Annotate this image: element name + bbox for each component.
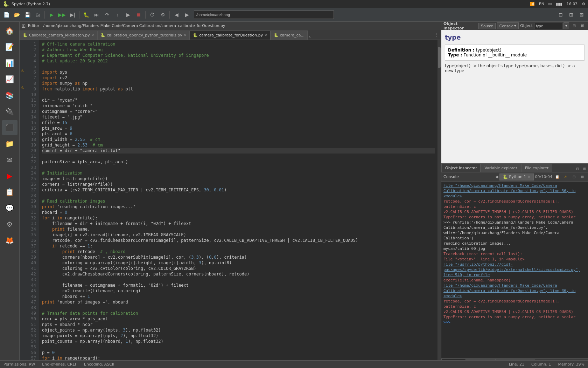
maximize-button[interactable]: ⊠ [577, 10, 587, 20]
layout-button-2[interactable]: ⊞ [566, 10, 576, 20]
main-toolbar: 📄 📂 💾 🗂 ▶ ▶▶ ▶| 🐛 ⏭ ↷ ↑ ▶ ⏹ ⏱ ⚙ ◀ ▶ ⊟ ⊞ … [0, 8, 588, 22]
console-warning-button[interactable]: ⚠ [562, 173, 569, 180]
keyboard-layout: EN [539, 2, 544, 6]
system-tray: 📶 EN ✉ ▮▮▮ 16:03 ⚙ [530, 2, 585, 6]
open-file-button[interactable]: 📂 [12, 10, 22, 20]
step-over-button[interactable]: ↷ [102, 10, 112, 20]
tab-close-1[interactable]: ✕ [184, 33, 187, 37]
sidebar-mail-icon[interactable]: ✉ [2, 152, 18, 168]
sidebar-home-icon[interactable]: 🏠 [2, 23, 18, 39]
type-input-area: ▾ [534, 22, 569, 29]
inspector-panel-copy[interactable]: ⊟ [574, 165, 581, 172]
console-output[interactable]: File "/home/qixuanzhang/Flanders Make Co… [441, 182, 588, 358]
status-column: Column: 1 [531, 362, 551, 367]
type-submit-button[interactable]: ▾ [564, 22, 569, 29]
inspector-panel-options[interactable]: ⊞ [581, 165, 588, 172]
status-line: Line: 21 [509, 362, 524, 367]
object-description: type(object) -> the object's type type(n… [445, 63, 584, 73]
definition-value: type(object) [476, 48, 501, 53]
inspector-tab-variable[interactable]: Variable explorer [481, 164, 521, 172]
step-out-button[interactable]: ↑ [113, 10, 122, 20]
tab-icon-2: 🐍 [193, 33, 198, 38]
python-console-tab[interactable]: 🐍 Python 1 ✕ [499, 173, 534, 180]
sidebar-editor-icon[interactable]: 📝 [2, 39, 18, 55]
window-title: Spyder (Python 2.7) [12, 2, 50, 6]
sidebar-firefox-icon[interactable]: 🦊 [2, 233, 18, 248]
warning-9: ⚠ [20, 85, 25, 90]
inspector-tab-file[interactable]: File explorer [521, 164, 552, 172]
object-inspector-title: Object inspector [443, 21, 476, 30]
run-button[interactable]: ▶ [47, 10, 56, 20]
python-close-icon[interactable]: ✕ [527, 175, 530, 179]
run-file-button[interactable]: ▶▶ [57, 10, 67, 20]
editor-title: Editor - /home/qixuanzhang/Flanders Make… [28, 23, 225, 28]
tab-options-button[interactable]: ⋮ [431, 30, 441, 40]
console-log-button[interactable]: 📋 [554, 173, 561, 180]
main-layout: ⊞ Editor - /home/qixuanzhang/Flanders Ma… [20, 22, 588, 368]
tab-close-0[interactable]: ✕ [91, 33, 94, 37]
sidebar-spreadsheet-icon[interactable]: 📊 [2, 55, 18, 71]
tab-close-2[interactable]: ✕ [264, 33, 267, 37]
stop-button[interactable]: ⏹ [134, 10, 144, 20]
save-file-button[interactable]: 💾 [22, 10, 32, 20]
sidebar-youtube-icon[interactable]: ▶ [2, 168, 18, 184]
sidebar-terminal-icon[interactable]: ⬛ [2, 120, 18, 135]
save-all-button[interactable]: 🗂 [33, 10, 43, 20]
editor-tab-1[interactable]: 🐍 calibration_opencv_python_tutorials.py… [97, 30, 190, 40]
editor-panel: ⊞ Editor - /home/qixuanzhang/Flanders Ma… [20, 22, 441, 368]
mail-icon: ✉ [548, 2, 552, 6]
console-time: 00:10:04 [535, 175, 552, 179]
tab-scroll-arrow[interactable]: › [308, 35, 312, 40]
new-file-button[interactable]: 📄 [1, 10, 11, 20]
settings-button[interactable]: ⚙ [158, 10, 168, 20]
back-button[interactable]: ◀ [172, 10, 181, 20]
console-label: Console [499, 24, 513, 28]
editor-tab-2[interactable]: 🐍 camera_calibrate_forQuestion.py ✕ [190, 30, 270, 40]
wifi-icon: 📶 [530, 2, 535, 6]
editor-tab-3[interactable]: 🐍 camera_ca... [271, 30, 308, 40]
sidebar-plugin-icon[interactable]: 🔌 [2, 104, 18, 119]
console-dropdown-button[interactable]: Console ▾ [497, 22, 519, 29]
editor-tabs: 🐍 Calibrate_camera_Middleton.py ✕ 🐍 cali… [20, 30, 441, 40]
source-button[interactable]: Source [478, 23, 496, 29]
sidebar-chart-icon[interactable]: 📈 [2, 71, 18, 87]
warning-gutter: ⚠ ⚠ [20, 40, 25, 364]
profile-button[interactable]: ⏱ [147, 10, 157, 20]
address-bar[interactable] [194, 11, 334, 19]
tab-label-3: camera_ca... [280, 33, 304, 38]
object-title: type [445, 34, 584, 41]
line-numbers: 1234567891011121314151617181920212223242… [25, 40, 39, 364]
run-selection-button[interactable]: ▶| [68, 10, 77, 20]
sidebar-folder-icon[interactable]: 📁 [2, 136, 18, 151]
step-button[interactable]: ⏭ [92, 10, 102, 20]
forward-button[interactable]: ▶ [182, 10, 192, 20]
layout-button-1[interactable]: ⊟ [556, 10, 566, 20]
vertical-scrollbar[interactable] [438, 40, 441, 364]
console-header: Console ◀ 🐍 Python 1 ✕ 00:10:04 📋 ⚠ ⊟ ⊞ [441, 172, 588, 182]
tab-icon-3: 🐍 [274, 33, 279, 38]
type-input[interactable] [534, 23, 562, 29]
console-expand-button[interactable]: ⊞ [579, 173, 586, 180]
debug-button[interactable]: 🐛 [81, 10, 91, 20]
console-back-button[interactable]: ◀ [495, 175, 498, 179]
settings-icon: ⚙ [582, 2, 585, 6]
sidebar-docs-icon[interactable]: 📋 [2, 184, 18, 200]
code-area[interactable]: ⚠ ⚠ 123456789101112131415161718192021222… [20, 40, 441, 364]
console-header-left: Console [443, 175, 459, 179]
inspector-options-button[interactable]: ⊞ [579, 22, 586, 29]
code-content[interactable]: # Off-line camera calibration # Author: … [39, 40, 438, 364]
continue-button[interactable]: ▶ [123, 10, 133, 20]
sidebar-book-icon[interactable]: 📚 [2, 88, 18, 103]
console-dropdown-arrow: ▾ [514, 23, 516, 28]
inspector-tabs: Object inspector Variable explorer File … [441, 163, 588, 172]
editor-tab-0[interactable]: 🐍 Calibrate_camera_Middleton.py ✕ [20, 30, 97, 40]
type-value: Function of __builtin__ module [463, 53, 527, 57]
console-copy-button[interactable]: ⊟ [570, 173, 578, 180]
sidebar-settings-icon[interactable]: ⚙ [2, 217, 18, 232]
clock: 16:03 [566, 2, 578, 6]
vertical-scrollbar-thumb[interactable] [438, 47, 441, 68]
console-area: Console ◀ 🐍 Python 1 ✕ 00:10:04 📋 ⚠ ⊟ ⊞ [441, 172, 588, 368]
inspector-tab-object[interactable]: Object inspector [441, 164, 481, 172]
inspector-copy-button[interactable]: ⊟ [570, 22, 578, 29]
sidebar-chat-icon[interactable]: 💬 [2, 200, 18, 216]
